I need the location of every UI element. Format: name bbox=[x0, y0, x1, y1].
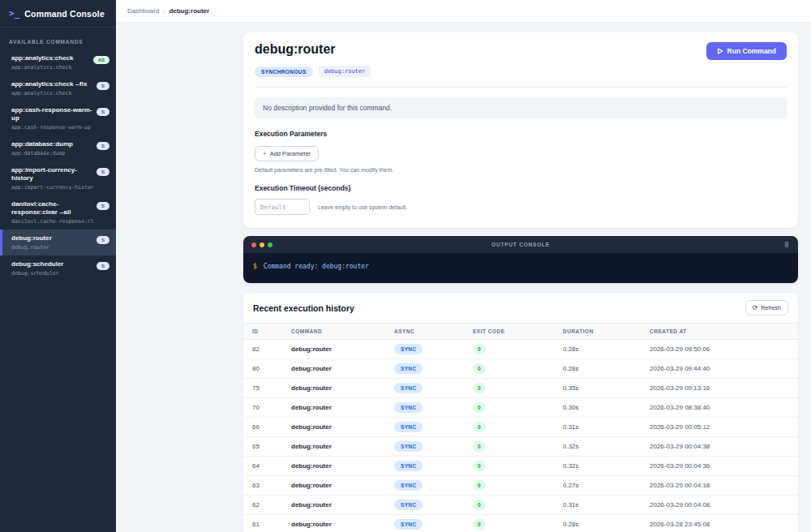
parameters-helper-text: Default parameters are pre-filled. You c… bbox=[255, 167, 787, 173]
command-label: app:database:dump bbox=[11, 140, 93, 148]
breadcrumb-dashboard-link[interactable]: Dashboard bbox=[127, 7, 159, 15]
command-signature: app:analytics:check bbox=[11, 90, 93, 97]
cell-duration: 0.28s bbox=[563, 515, 650, 532]
sync-badge: SYNC bbox=[394, 480, 423, 491]
prompt-symbol: $ bbox=[253, 263, 257, 270]
cell-async: SYNC bbox=[394, 437, 473, 457]
command-name-chip: debug:router bbox=[319, 66, 371, 77]
command-signature: app:analytics:check bbox=[11, 64, 90, 71]
sidebar: >_ Command Console AVAILABLE COMMANDS ap… bbox=[0, 0, 116, 532]
command-signature: debug:router bbox=[11, 244, 93, 251]
cell-command: debug:router bbox=[291, 457, 394, 476]
add-parameter-button[interactable]: + Add Parameter bbox=[255, 146, 319, 161]
execution-parameters-heading: Execution Parameters bbox=[255, 130, 787, 138]
refresh-button[interactable]: ⟳ Refresh bbox=[745, 300, 788, 315]
sidebar-item-debug-router[interactable]: debug:routerdebug:routerS bbox=[0, 230, 116, 255]
command-label: danilovl:cache-response:clear --all bbox=[11, 200, 93, 217]
command-label: debug:scheduler bbox=[11, 260, 93, 268]
cell-exit-code: 0 bbox=[473, 379, 563, 398]
output-console: OUTPUT CONSOLE $Command ready: debug:rou… bbox=[243, 236, 798, 283]
column-header-async: ASYNC bbox=[394, 324, 473, 340]
sync-badge: SYNC bbox=[394, 461, 423, 471]
app-title: Command Console bbox=[24, 9, 105, 19]
table-row: 61debug:routerSYNC00.28s2026-03-28 23:45… bbox=[243, 515, 798, 532]
table-row: 64debug:routerSYNC00.32s2026-03-29 00:04… bbox=[243, 457, 798, 476]
timeout-helper-text: Leave empty to use system default. bbox=[318, 204, 407, 210]
exit-code-badge: 0 bbox=[473, 500, 486, 510]
cell-async: SYNC bbox=[394, 418, 473, 437]
table-row: 63debug:routerSYNC00.27s2026-03-29 00:04… bbox=[243, 476, 798, 496]
cell-duration: 0.30s bbox=[563, 398, 650, 418]
command-signature: app:cash-response-warm-up bbox=[11, 124, 93, 131]
exit-code-badge: 0 bbox=[473, 363, 486, 374]
cell-async: SYNC bbox=[394, 398, 473, 418]
column-header-id: ID bbox=[243, 324, 291, 340]
sidebar-item-danilovl-cache-response-clear-all[interactable]: danilovl:cache-response:clear --alldanil… bbox=[0, 195, 116, 230]
sync-badge: SYNC bbox=[394, 441, 423, 452]
table-row: 66debug:routerSYNC00.31s2026-03-29 00:05… bbox=[243, 418, 798, 437]
sidebar-item-app-analytics-check-fix[interactable]: app:analytics:check --fixapp:analytics:c… bbox=[0, 75, 116, 101]
cell-exit-code: 0 bbox=[473, 418, 563, 437]
cell-async: SYNC bbox=[394, 359, 473, 379]
cell-created-at: 2026-03-29 00:04:38 bbox=[650, 437, 798, 457]
sidebar-item-app-cash-response-warm-up[interactable]: app:cash-response-warm-upapp:cash-respon… bbox=[0, 101, 116, 135]
command-label: app:analytics:check --fix bbox=[11, 80, 93, 88]
exit-code-badge: 0 bbox=[473, 519, 486, 530]
execution-timeout-heading: Execution Timeout (seconds) bbox=[255, 184, 787, 192]
cell-exit-code: 0 bbox=[473, 457, 563, 476]
cell-async: SYNC bbox=[394, 496, 473, 515]
run-command-button[interactable]: Run Command bbox=[706, 42, 787, 60]
column-header-duration: DURATION bbox=[563, 324, 650, 340]
command-label: app:cash-response-warm-up bbox=[11, 106, 93, 122]
sidebar-item-app-import-currency-history[interactable]: app:import-currency-historyapp:import-cu… bbox=[0, 161, 116, 195]
cell-id: 63 bbox=[243, 476, 291, 496]
breadcrumb-separator: / bbox=[163, 7, 165, 15]
cell-command: debug:router bbox=[291, 437, 394, 457]
plus-icon: + bbox=[263, 150, 267, 157]
mode-badge: S bbox=[97, 262, 109, 270]
cell-id: 70 bbox=[243, 398, 291, 418]
breadcrumb-current: debug:router bbox=[169, 7, 209, 15]
table-row: 80debug:routerSYNC00.28s2026-03-29 09:44… bbox=[243, 359, 798, 379]
refresh-label: Refresh bbox=[761, 305, 781, 311]
sidebar-item-app-analytics-check[interactable]: app:analytics:checkapp:analytics:checkAS bbox=[0, 49, 116, 75]
command-label: app:import-currency-history bbox=[11, 166, 93, 182]
history-card: Recent execution history ⟳ Refresh IDCOM… bbox=[243, 293, 798, 532]
sidebar-item-app-database-dump[interactable]: app:database:dumpapp:database:dumpS bbox=[0, 135, 116, 161]
cell-async: SYNC bbox=[394, 457, 473, 476]
cell-id: 82 bbox=[243, 340, 291, 359]
cell-created-at: 2026-03-29 09:50:06 bbox=[650, 340, 798, 359]
timeout-input[interactable] bbox=[255, 199, 310, 215]
sync-badge: SYNC bbox=[394, 500, 423, 510]
cell-created-at: 2026-03-29 08:38:40 bbox=[650, 398, 798, 418]
cell-command: debug:router bbox=[291, 496, 394, 515]
cell-duration: 0.35s bbox=[563, 379, 650, 398]
table-row: 62debug:routerSYNC00.31s2026-03-29 00:04… bbox=[243, 496, 798, 515]
table-row: 65debug:routerSYNC00.32s2026-03-29 00:04… bbox=[243, 437, 798, 457]
command-signature: debug:scheduler bbox=[11, 270, 93, 277]
clear-console-button[interactable] bbox=[783, 241, 790, 248]
command-label: app:analytics:check bbox=[11, 54, 90, 62]
cell-command: debug:router bbox=[291, 340, 394, 359]
sync-badge: SYNC bbox=[394, 402, 423, 413]
console-header: OUTPUT CONSOLE bbox=[243, 236, 798, 253]
cell-duration: 0.32s bbox=[563, 437, 650, 457]
cell-id: 61 bbox=[243, 515, 291, 532]
cell-exit-code: 0 bbox=[473, 437, 563, 457]
sidebar-item-debug-scheduler[interactable]: debug:schedulerdebug:schedulerS bbox=[0, 255, 116, 281]
cell-duration: 0.28s bbox=[563, 359, 650, 379]
command-signature: app:import-currency-history bbox=[11, 184, 93, 191]
cell-created-at: 2026-03-29 00:04:08 bbox=[650, 496, 798, 515]
cell-duration: 0.28s bbox=[563, 340, 650, 359]
table-row: 82debug:routerSYNC00.28s2026-03-29 09:50… bbox=[243, 340, 798, 359]
exit-code-badge: 0 bbox=[473, 422, 486, 432]
command-signature: app:database:dump bbox=[11, 150, 93, 157]
divider bbox=[255, 87, 787, 88]
refresh-icon: ⟳ bbox=[753, 304, 758, 311]
cell-id: 80 bbox=[243, 359, 291, 379]
command-label: debug:router bbox=[11, 234, 93, 242]
cell-exit-code: 0 bbox=[473, 340, 563, 359]
breadcrumb: Dashboard / debug:router bbox=[127, 7, 800, 15]
app-header: >_ Command Console bbox=[0, 0, 116, 28]
cell-id: 65 bbox=[243, 437, 291, 457]
